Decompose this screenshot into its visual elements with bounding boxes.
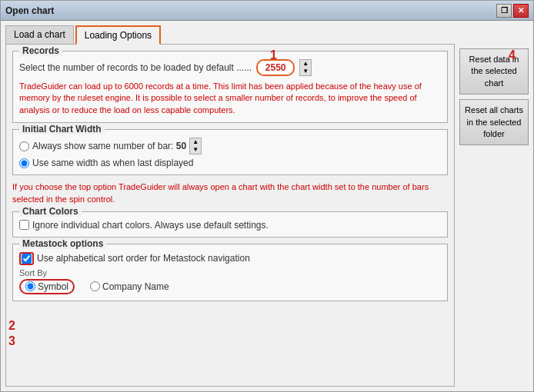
tab-load-chart[interactable]: Load a chart bbox=[5, 25, 74, 44]
chart-width-option2-row: Use same width as when last displayed bbox=[19, 158, 441, 168]
records-row: Select the number of records to be loade… bbox=[19, 56, 441, 76]
annotation-2: 2 bbox=[8, 319, 15, 333]
chart-width-radio2[interactable] bbox=[19, 158, 29, 168]
records-spin-down[interactable]: ▼ bbox=[300, 68, 311, 75]
window-title: Open chart bbox=[5, 5, 54, 16]
chart-width-option1-row: Always show same number of bar: 50 ▲ ▼ bbox=[19, 138, 441, 154]
restore-button[interactable]: ❐ bbox=[496, 4, 512, 18]
sort-symbol-label: Symbol bbox=[38, 281, 68, 292]
sort-company-radio[interactable] bbox=[90, 281, 100, 291]
open-chart-window: Open chart ❐ ✕ Load a chart Loading Opti… bbox=[0, 0, 534, 392]
reset-data-button[interactable]: Reset data in the selected chart bbox=[459, 48, 529, 95]
chart-width-label1: Always show same number of bar: 50 bbox=[32, 141, 186, 151]
annotation-3: 3 bbox=[8, 334, 15, 348]
records-spinner: ▲ ▼ bbox=[299, 59, 312, 76]
records-label: Select the number of records to be loade… bbox=[19, 62, 252, 73]
records-spin-up[interactable]: ▲ bbox=[300, 60, 311, 68]
right-panel: Reset data in the selected chart Reset a… bbox=[459, 25, 529, 387]
chart-width-title: Initial Chart Width bbox=[19, 124, 105, 135]
metastock-checkbox-label: Use alphabetical sort order for Metastoc… bbox=[37, 253, 250, 264]
left-panel: Load a chart Loading Options Records Sel… bbox=[5, 25, 455, 387]
sort-by-label: Sort By bbox=[19, 268, 441, 277]
sort-company-container: Company Name bbox=[90, 281, 169, 292]
chart-colors-title: Chart Colors bbox=[19, 206, 82, 217]
annotation-4: 4 bbox=[509, 48, 516, 62]
close-button[interactable]: ✕ bbox=[513, 4, 529, 18]
sort-company-label: Company Name bbox=[102, 281, 169, 292]
chart-width-hint: If you choose the top option TradeGuider… bbox=[12, 181, 448, 205]
chart-colors-section: Chart Colors Ignore individual chart col… bbox=[12, 211, 448, 238]
tab-bar: Load a chart Loading Options bbox=[5, 25, 455, 45]
metastock-section: Metastock options Use alphabetical sort … bbox=[12, 244, 448, 301]
chart-colors-row: Ignore individual chart colors. Always u… bbox=[19, 217, 441, 231]
chart-width-radio1[interactable] bbox=[19, 141, 29, 151]
chart-colors-checkbox[interactable] bbox=[19, 220, 29, 230]
metastock-checkbox-circled bbox=[19, 252, 34, 265]
reset-charts-button[interactable]: Reset all charts in the selected folder bbox=[459, 99, 529, 145]
metastock-checkbox-row: Use alphabetical sort order for Metastoc… bbox=[19, 249, 441, 265]
annotation-1: 1 bbox=[270, 48, 277, 62]
title-bar: Open chart ❐ ✕ bbox=[1, 1, 533, 21]
chart-width-spin-up[interactable]: ▲ bbox=[190, 138, 201, 146]
sort-symbol-radio[interactable] bbox=[25, 281, 35, 291]
chart-width-spin-down[interactable]: ▼ bbox=[190, 146, 201, 154]
main-content: Records Select the number of records to … bbox=[5, 45, 455, 387]
tab-loading-options[interactable]: Loading Options bbox=[75, 25, 161, 45]
records-info: TradeGuider can load up to 6000 records … bbox=[19, 81, 441, 116]
metastock-title: Metastock options bbox=[19, 238, 106, 249]
title-bar-controls: ❐ ✕ bbox=[496, 4, 529, 18]
chart-colors-label: Ignore individual chart colors. Always u… bbox=[32, 220, 269, 231]
sort-symbol-container: Symbol bbox=[19, 279, 75, 294]
records-section: Records Select the number of records to … bbox=[12, 51, 448, 123]
records-title: Records bbox=[19, 45, 62, 56]
metastock-sort-checkbox[interactable] bbox=[22, 254, 32, 264]
chart-width-label2: Use same width as when last displayed bbox=[32, 158, 193, 168]
chart-width-section: Initial Chart Width Always show same num… bbox=[12, 129, 448, 175]
chart-width-spinner: ▲ ▼ bbox=[189, 138, 202, 154]
sort-options-row: Symbol Company Name bbox=[19, 279, 441, 294]
